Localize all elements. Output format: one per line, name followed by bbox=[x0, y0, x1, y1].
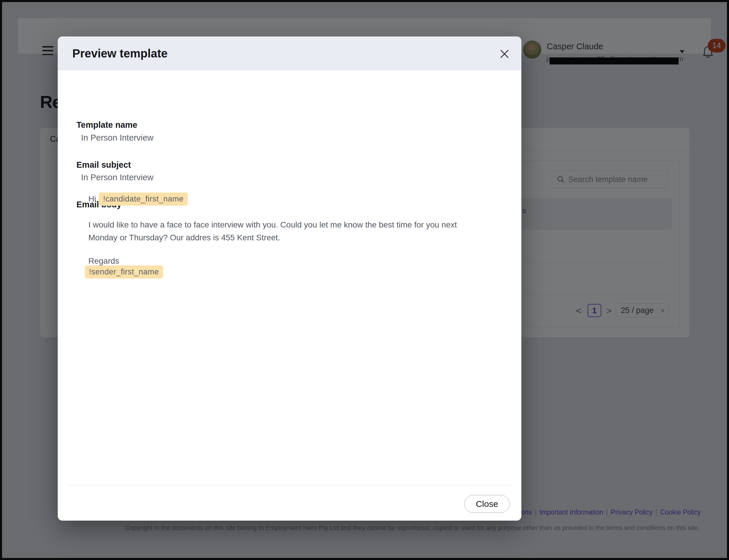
modal-header: Preview template bbox=[58, 36, 521, 70]
paragraph-line-1: I would like to have a face to face inte… bbox=[88, 218, 457, 231]
preview-template-modal: Preview template Template name In Person… bbox=[58, 36, 521, 521]
modal-footer-divider bbox=[67, 485, 512, 485]
paragraph-line-2: Monday or Thursday? Our addres is 455 Ke… bbox=[88, 231, 457, 244]
template-name-label: Template name bbox=[76, 120, 137, 130]
greeting-text: Hi bbox=[88, 194, 96, 203]
email-body-paragraph: I would like to have a face to face inte… bbox=[88, 218, 457, 244]
template-name-value: In Person Interview bbox=[81, 133, 153, 143]
app-page: Search... BETA Casper Claude james.niven… bbox=[2, 2, 727, 558]
email-body-regards: Regards bbox=[88, 256, 119, 266]
screenshot-frame: Search... BETA Casper Claude james.niven… bbox=[0, 0, 729, 560]
close-button[interactable]: Close bbox=[464, 495, 510, 513]
close-icon[interactable] bbox=[500, 49, 509, 59]
candidate-first-name-token: !candidate_first_name bbox=[99, 193, 188, 206]
email-body-greeting: Hi!candidate_first_name bbox=[88, 193, 188, 206]
email-subject-label: Email subject bbox=[76, 160, 131, 170]
sender-first-name-token: !sender_first_name bbox=[85, 265, 163, 279]
modal-title: Preview template bbox=[72, 47, 168, 60]
sender-token-line: !sender_first_name bbox=[88, 265, 163, 279]
email-subject-value: In Person Interview bbox=[81, 173, 153, 182]
